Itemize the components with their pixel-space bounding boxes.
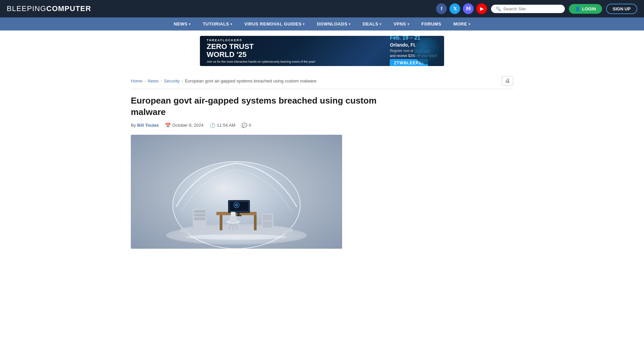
ad-left: THREATLOCKER® ZERO TRUST WORLD '25 Join … (207, 39, 383, 63)
nav-more[interactable]: MORE ▾ (447, 17, 477, 31)
article-author: By Bill Toulas (131, 123, 159, 128)
search-box: 🔍 (491, 5, 565, 13)
article-illustration (131, 135, 342, 249)
article-image (131, 135, 342, 249)
youtube-button[interactable]: ▶ (476, 3, 487, 14)
facebook-button[interactable]: f (436, 3, 447, 14)
print-button[interactable]: 🖨 (502, 76, 513, 85)
svg-rect-15 (230, 215, 236, 223)
logo-light: BLEEPING (7, 4, 46, 13)
search-input[interactable] (503, 6, 560, 11)
nav-forums[interactable]: FORUMS (415, 17, 447, 31)
header-right: f 𝕏 𝕄 ▶ 🔍 👤 LOGIN SIGN UP (436, 3, 637, 14)
svg-rect-5 (220, 215, 222, 230)
breadcrumb-security[interactable]: Security (164, 78, 180, 83)
content-wrapper: Home › News › Security › European govt a… (124, 71, 520, 249)
svg-rect-12 (237, 213, 239, 216)
nav-news[interactable]: NEWS ▾ (168, 17, 197, 31)
nav-virus-removal[interactable]: VIRUS REMOVAL GUIDES ▾ (238, 17, 311, 31)
nav-deals[interactable]: DEALS ▾ (357, 17, 387, 31)
chevron-down-icon: ▾ (469, 22, 471, 26)
article-image-wrapper (131, 135, 342, 249)
svg-rect-26 (263, 222, 272, 228)
nav-vpns[interactable]: VPNS ▾ (387, 17, 415, 31)
site-header: BLEEPINGCOMPUTER f 𝕏 𝕄 ▶ 🔍 👤 LOGIN SIGN … (0, 0, 644, 17)
ad-content[interactable]: THREATLOCKER® ZERO TRUST WORLD '25 Join … (200, 36, 444, 66)
svg-point-27 (186, 234, 287, 240)
main-nav: NEWS ▾ TUTORIALS ▾ VIRUS REMOVAL GUIDES … (0, 17, 644, 31)
nav-tutorials[interactable]: TUTORIALS ▾ (197, 17, 238, 31)
chevron-down-icon: ▾ (189, 22, 191, 26)
chevron-right-icon: › (182, 79, 183, 83)
svg-rect-25 (263, 215, 272, 221)
ad-globe-decoration (414, 38, 441, 64)
mastodon-button[interactable]: 𝕄 (463, 3, 474, 14)
article-layout: European govt air-gapped systems breache… (131, 89, 513, 249)
breadcrumb: Home › News › Security › European govt a… (131, 71, 513, 89)
chevron-right-icon: › (161, 79, 162, 83)
article-time: 🕐 11:54 AM (210, 123, 235, 128)
nav-downloads[interactable]: DOWNLOADS ▾ (311, 17, 357, 31)
breadcrumb-home[interactable]: Home (131, 78, 143, 83)
login-button[interactable]: 👤 LOGIN (569, 4, 602, 14)
social-icons: f 𝕏 𝕄 ▶ (436, 3, 487, 14)
article-title: European govt air-gapped systems breache… (131, 95, 402, 118)
svg-point-11 (235, 204, 238, 206)
ad-brand: THREATLOCKER® (207, 39, 383, 42)
svg-rect-22 (194, 214, 205, 217)
signup-button[interactable]: SIGN UP (606, 4, 637, 14)
twitter-button[interactable]: 𝕏 (449, 3, 460, 14)
calendar-icon: 📅 (165, 123, 171, 128)
breadcrumb-news[interactable]: News (148, 78, 159, 83)
main-column: European govt air-gapped systems breache… (131, 89, 402, 249)
svg-rect-23 (194, 218, 205, 220)
chevron-right-icon: › (145, 79, 146, 83)
ad-location: Orlando, FL (390, 42, 416, 48)
article-meta: By Bill Toulas 📅 October 8, 2024 🕐 11:54… (131, 123, 402, 128)
breadcrumb-current: European govt air-gapped systems breache… (185, 78, 316, 83)
logo-bold: COMPUTER (46, 4, 91, 13)
chevron-down-icon: ▾ (230, 22, 232, 26)
author-link[interactable]: Bill Toulas (137, 123, 159, 128)
chevron-down-icon: ▾ (408, 22, 410, 26)
ad-banner: THREATLOCKER® ZERO TRUST WORLD '25 Join … (0, 31, 644, 71)
ad-subtitle: Join us for the most interactive hands-o… (207, 60, 383, 63)
user-icon: 👤 (575, 6, 580, 11)
site-logo[interactable]: BLEEPINGCOMPUTER (7, 4, 91, 13)
clock-icon: 🕐 (210, 123, 215, 128)
search-icon: 🔍 (496, 6, 501, 11)
chevron-down-icon: ▾ (380, 22, 382, 26)
chevron-down-icon: ▾ (303, 22, 305, 26)
svg-rect-21 (194, 210, 205, 213)
svg-rect-16 (231, 212, 235, 216)
comment-icon: 💬 (241, 123, 247, 128)
chevron-down-icon: ▾ (349, 22, 351, 26)
ad-title: ZERO TRUST WORLD '25 (207, 43, 383, 59)
svg-rect-6 (254, 215, 257, 230)
ad-date: Feb. 19 – 21 (390, 36, 420, 41)
article-comments[interactable]: 💬 0 (241, 123, 251, 128)
article-date: 📅 October 8, 2024 (165, 123, 204, 128)
